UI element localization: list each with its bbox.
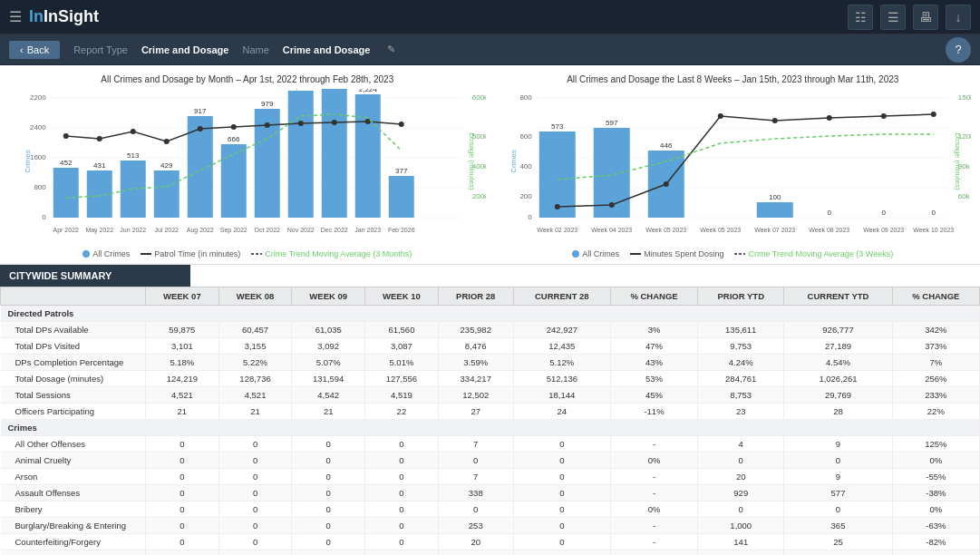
table-row: Total DPs Visited3,1013,1553,0923,0878,4… <box>1 338 980 355</box>
svg-text:1600: 1600 <box>30 153 46 161</box>
row-cell: 7% <box>892 355 979 371</box>
row-cell: 0 <box>292 485 365 501</box>
svg-rect-20 <box>154 170 180 218</box>
svg-text:Jul 2022: Jul 2022 <box>155 227 180 233</box>
row-cell: 3,101 <box>146 338 219 355</box>
layers-button[interactable]: ☰ <box>880 5 906 30</box>
row-cell: 0 <box>218 485 292 501</box>
row-cell: 0 <box>292 501 365 518</box>
svg-text:Week 09 2023: Week 09 2023 <box>863 227 904 233</box>
svg-point-96 <box>930 112 936 117</box>
name-label: Name <box>242 44 268 55</box>
charts-area: All Crimes and Dosage by Month – Apr 1st… <box>0 65 980 265</box>
svg-text:Dosage (minutes): Dosage (minutes) <box>468 132 476 190</box>
legend-patrol: Patrol Time (in minutes) <box>141 249 240 258</box>
row-cell: 0 <box>218 534 292 550</box>
row-cell: - <box>610 550 697 556</box>
svg-text:0: 0 <box>931 209 936 217</box>
row-cell: 284,761 <box>698 371 784 387</box>
svg-rect-30 <box>322 89 347 218</box>
row-cell: - <box>610 485 697 501</box>
row-cell: 0 <box>513 518 610 534</box>
row-cell: 4,542 <box>292 387 365 404</box>
row-cell: - <box>610 436 697 453</box>
svg-text:Nov 2022: Nov 2022 <box>287 227 315 233</box>
row-cell: 242,927 <box>513 322 610 338</box>
menu-icon[interactable]: ☰ <box>9 8 22 25</box>
svg-rect-14 <box>53 168 79 218</box>
row-cell: 3,155 <box>218 338 292 355</box>
svg-text:377: 377 <box>395 167 408 175</box>
col-header-week09: WEEK 09 <box>292 287 365 306</box>
row-cell: 0 <box>146 534 219 550</box>
svg-rect-81 <box>756 202 792 218</box>
row-cell: 59,875 <box>146 322 219 338</box>
row-cell: 8,753 <box>698 387 784 404</box>
row-label: Officers Participating <box>1 404 146 420</box>
row-cell: -82% <box>892 534 979 550</box>
svg-text:Week 02 2023: Week 02 2023 <box>537 227 577 233</box>
svg-point-41 <box>231 124 237 130</box>
row-cell: 0 <box>146 436 219 453</box>
row-cell: 21 <box>292 404 365 420</box>
row-cell: 12,502 <box>438 387 513 404</box>
grid-view-button[interactable]: ☷ <box>848 5 873 30</box>
svg-point-37 <box>97 136 102 141</box>
row-cell: 0 <box>365 550 439 556</box>
svg-text:597: 597 <box>606 119 618 127</box>
help-button[interactable]: ? <box>946 37 971 63</box>
table-area: CITYWIDE SUMMARY WEEK 07 WEEK 08 WEEK 09… <box>0 265 980 555</box>
svg-text:Week 05 2023: Week 05 2023 <box>700 227 741 233</box>
svg-text:0: 0 <box>881 209 886 217</box>
row-cell: -38% <box>892 485 979 501</box>
back-button[interactable]: ‹ Back <box>9 41 60 59</box>
download-button[interactable]: ↓ <box>946 5 971 30</box>
table-row: DPs Completion Percentage5.18%5.22%5.07%… <box>1 355 980 371</box>
row-cell: 0% <box>892 453 979 469</box>
edit-icon[interactable]: ✎ <box>387 44 395 55</box>
svg-text:513: 513 <box>127 151 140 160</box>
row-cell: 0 <box>438 501 513 518</box>
svg-point-40 <box>198 126 203 131</box>
chart1-title: All Crimes and Dosage by Month – Apr 1st… <box>9 74 486 84</box>
svg-text:Week 05 2023: Week 05 2023 <box>645 227 686 233</box>
row-cell: 0 <box>365 436 439 453</box>
svg-text:Week 04 2023: Week 04 2023 <box>591 227 632 233</box>
citywide-summary-header: CITYWIDE SUMMARY <box>0 265 190 287</box>
chart2-container: All Crimes and Dosage the Last 8 Weeks –… <box>495 74 972 255</box>
row-cell: 373% <box>892 338 979 355</box>
row-label: All Other Offenses <box>1 436 146 453</box>
svg-text:800: 800 <box>34 183 46 191</box>
svg-text:800: 800 <box>519 93 532 102</box>
row-cell: 4,521 <box>218 387 292 404</box>
legend-crimes: All Crimes <box>82 249 130 258</box>
row-label: Total Dosage (minutes) <box>1 371 146 387</box>
svg-text:452: 452 <box>60 159 73 167</box>
row-label: Burglary/Breaking & Entering <box>1 518 146 534</box>
print-button[interactable]: 🖶 <box>913 5 938 30</box>
row-cell: 0% <box>610 501 697 518</box>
row-label: DPs Completion Percentage <box>1 355 146 371</box>
row-cell: 0 <box>146 453 219 469</box>
table-row: Animal Cruelty0000000%000% <box>1 453 980 469</box>
main-content: All Crimes and Dosage by Month – Apr 1st… <box>0 65 980 555</box>
chart1-svg: 2200 2400 1600 800 0 600k 500k 400k 200k <box>9 89 486 248</box>
row-cell: 0 <box>784 453 892 469</box>
summary-table: WEEK 07 WEEK 08 WEEK 09 WEEK 10 PRIOR 28… <box>0 287 980 555</box>
table-row: Arson000070-209-55% <box>1 469 980 485</box>
svg-point-43 <box>298 121 304 126</box>
row-cell: -43% <box>892 550 979 556</box>
row-cell: 7 <box>438 436 513 453</box>
row-cell: 0 <box>698 453 784 469</box>
svg-text:573: 573 <box>551 122 564 131</box>
svg-text:60k: 60k <box>957 192 970 200</box>
svg-text:917: 917 <box>194 107 207 115</box>
row-cell: 0 <box>365 485 439 501</box>
svg-rect-18 <box>121 161 146 218</box>
svg-text:100: 100 <box>769 193 781 201</box>
row-cell: 0 <box>365 534 439 550</box>
row-cell: 5.07% <box>292 355 365 371</box>
row-cell: 5.12% <box>513 355 610 371</box>
row-cell: 45% <box>610 387 697 404</box>
row-cell: 5.22% <box>218 355 292 371</box>
